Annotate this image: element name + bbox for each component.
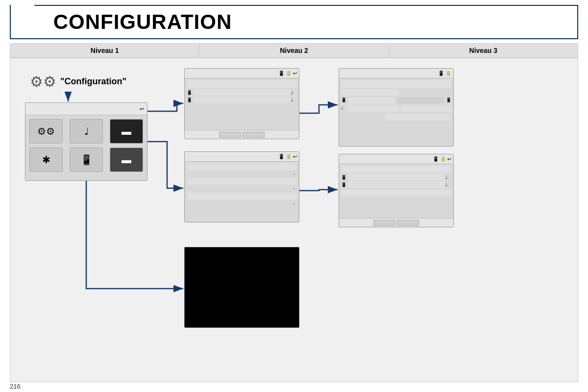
ss-n3b-row1: [342, 166, 451, 172]
configuration-label: "Configuration": [60, 76, 126, 87]
ss-n2b-row6: ›: [187, 201, 297, 206]
back-icon-n2b: ↩: [293, 154, 297, 159]
ss-n3a-col2: [397, 98, 444, 104]
ss-n2a-row3-bar: [194, 97, 290, 103]
ss-n3b-row3: 📱 ♩: [341, 181, 451, 188]
page-title: CONFIGURATION: [44, 10, 232, 34]
note-sm-n3b: ♩: [445, 175, 451, 180]
ss-n2a-topbar: 📱 🔋 ↩: [185, 69, 299, 78]
ss-n2a-row3: 📱 ♩: [187, 97, 297, 103]
ss-n3b-bottombar: [339, 218, 453, 227]
ss-n2a-row2-bar: [194, 89, 290, 96]
phone-sm-icon: 📱: [187, 90, 193, 95]
config-btn[interactable]: ⚙⚙: [29, 119, 63, 144]
phone-icon-n3a: 📱: [438, 71, 444, 76]
screen-n2-top: 📱 🔋 ↩ 📱 ♩ 📱 ♩: [184, 68, 299, 139]
col-header-1: Niveau 1: [10, 44, 199, 57]
chevron-icon-1: ›: [294, 172, 295, 176]
ss-n3b-row2: 📱 ♩: [341, 174, 451, 180]
chevron-icon-3: ›: [294, 201, 295, 206]
phone-icon-n2a: 📱: [278, 71, 284, 76]
phone-sm2-n3b: 📱: [341, 182, 347, 187]
phone-sm-n3b: 📱: [341, 175, 347, 180]
note-sm-n3a: ♩: [341, 105, 346, 112]
note-sm2-n3b: ♩: [445, 182, 451, 187]
ss-n3a-topbar: 📱 🔋: [339, 69, 453, 78]
phone-icon-n3b: 📱: [433, 156, 439, 162]
screen-n2-mid: 📱 🔋 ↩ › › ›: [184, 151, 299, 222]
ss-n2a-btn1[interactable]: [219, 132, 241, 138]
battery-icon-n2b: 🔋: [286, 154, 292, 159]
header-notch: [11, 5, 40, 37]
main-content-area: ⚙⚙ "Configuration" ↩ ⚙⚙ ♩ ▬ ✱ 📱 ▬ 📱 🔋 ↩ …: [10, 58, 578, 382]
ss-n2b-row3: [187, 178, 296, 185]
col-header-2: Niveau 2: [199, 44, 389, 57]
ss-n2b-row1: [187, 163, 296, 170]
config-icon-label: ⚙⚙ "Configuration": [30, 73, 126, 90]
phone-sm2-n3a: 📱: [446, 98, 451, 104]
battery-icon-n3a: 🔋: [445, 71, 451, 76]
note-sm-icon2: ♩: [291, 98, 297, 102]
ss-n3b-row4: [342, 190, 451, 196]
ss-n3a-row2: [342, 89, 399, 96]
ss-n3a-col3: [348, 105, 399, 112]
ss-n2a-bottombar: [185, 130, 299, 139]
ss-n3b-btn1[interactable]: [373, 220, 395, 226]
ss-n3a-col1: [348, 98, 395, 104]
back-icon-n2a: ↩: [293, 71, 297, 76]
screen-n3-top: 📱 🔋 📱 📱 ♩: [339, 68, 454, 147]
gear-icon: ⚙⚙: [30, 73, 56, 90]
ss-n3b-topbar: 📱 🔋 ↩: [339, 154, 453, 164]
ss-n3a-tworow1: 📱 📱: [341, 98, 451, 104]
ss-n2b-row2: ›: [187, 172, 297, 176]
ss-n3b-bar2: [348, 181, 444, 188]
ss-n2b-row4: ›: [187, 186, 297, 191]
ss-n3a-col4: [401, 105, 451, 112]
page-number: 216: [10, 383, 21, 390]
bluetooth-btn[interactable]: ✱: [29, 147, 63, 172]
phone-btn[interactable]: 📱: [70, 147, 103, 172]
ss-n3b-bar1: [348, 174, 444, 180]
ss-n2b-row5: [187, 193, 296, 200]
ss-n2a-btn2[interactable]: [243, 132, 265, 138]
phone-sm-n3a: 📱: [341, 98, 346, 104]
ss-n3a-bottom-row: [342, 114, 451, 121]
ss-n2a-row1: [187, 80, 296, 88]
back-icon-n3b: ↩: [447, 156, 451, 162]
phone-icon-n2b: 📱: [278, 154, 284, 159]
display-btn[interactable]: ▬: [110, 119, 143, 144]
ss-n3a-tworow2: ♩: [341, 105, 451, 112]
screen-n3-mid: 📱 🔋 ↩ 📱 ♩ 📱 ♩: [339, 154, 454, 227]
screen-niveau1: ↩ ⚙⚙ ♩ ▬ ✱ 📱 ▬: [25, 102, 147, 181]
back-icon-l1: ↩: [140, 106, 144, 112]
ss-n3a-row1: [342, 80, 451, 88]
battery-icon-n3b: 🔋: [440, 156, 446, 162]
phone-sm-icon2: 📱: [187, 98, 193, 102]
note-sm-icon: ♩: [291, 90, 297, 95]
screen-black: [184, 247, 299, 328]
page-header: 07 CONFIGURATION: [10, 5, 578, 39]
col-header-3: Niveau 3: [389, 44, 578, 57]
column-headers: Niveau 1 Niveau 2 Niveau 3: [10, 43, 578, 58]
screen-l1-icons: ⚙⚙ ♩ ▬ ✱ 📱 ▬: [25, 115, 147, 176]
ss-n2b-topbar: 📱 🔋 ↩: [185, 152, 299, 162]
screen-l1-topbar: ↩: [25, 103, 147, 115]
battery-icon-n2a: 🔋: [286, 71, 292, 76]
ss-n2a-row2: 📱 ♩: [187, 89, 297, 96]
music-btn[interactable]: ♩: [70, 119, 103, 144]
dark-btn[interactable]: ▬: [110, 147, 143, 172]
ss-n3a-btn: [385, 114, 451, 121]
ss-n3b-btn2[interactable]: [397, 220, 419, 226]
chevron-icon-2: ›: [294, 186, 295, 191]
